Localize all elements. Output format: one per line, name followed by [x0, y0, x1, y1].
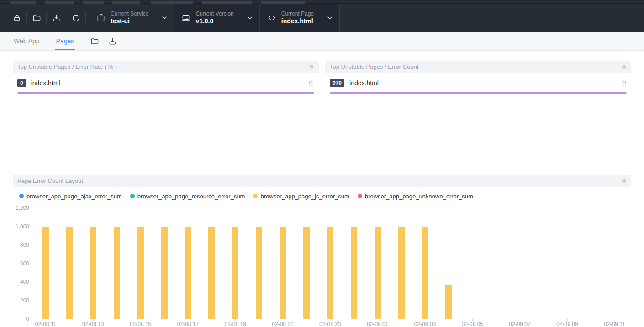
page-name: index.html [31, 79, 308, 87]
service-selector-text: Current Service test-ui [111, 10, 148, 25]
legend-item-unknown[interactable]: browser_app_page_unknown_error_sum [358, 193, 473, 200]
version-selector-text: Current Version v1.0.0 [195, 10, 233, 25]
bar[interactable] [208, 227, 215, 319]
top-nav-stub[interactable] [10, 1, 36, 4]
axis-tick [615, 319, 615, 321]
folder-icon[interactable] [32, 13, 41, 22]
folder-icon[interactable] [90, 37, 99, 46]
legend-label: browser_app_page_unknown_error_sum [365, 193, 473, 200]
bar[interactable] [256, 227, 262, 319]
toolbar-divider [46, 13, 47, 23]
legend-item-ajax[interactable]: browser_app_page_ajax_error_sum [19, 193, 122, 200]
bar[interactable] [445, 285, 452, 319]
bar[interactable] [303, 227, 310, 319]
bar[interactable] [280, 227, 286, 319]
copy-icon[interactable] [621, 79, 627, 87]
bar[interactable] [327, 227, 333, 319]
download-icon[interactable] [52, 13, 61, 22]
bar[interactable] [137, 227, 144, 319]
toolbar-icon-group [0, 4, 86, 32]
bar[interactable] [375, 227, 381, 319]
bar[interactable] [398, 227, 405, 319]
lock-icon[interactable] [309, 63, 314, 70]
panel-header: Top Unstable Pages / Error Rate ( % ) [13, 61, 319, 73]
axis-tick [93, 319, 94, 321]
page-selector[interactable]: Current Page index.html [260, 4, 340, 32]
panel-header: Top Unstable Pages / Error Count [325, 61, 631, 73]
download-icon[interactable] [108, 37, 117, 46]
legend-dot [19, 194, 24, 198]
bar[interactable] [232, 227, 238, 319]
tab-web-app[interactable]: Web App [14, 32, 40, 50]
axis-tick [378, 319, 378, 321]
x-axis-label: 02-08 21 [264, 321, 302, 327]
lock-icon[interactable] [621, 63, 627, 70]
service-icon [96, 13, 106, 23]
legend-label: browser_app_page_ajax_error_sum [26, 193, 122, 200]
page-selector-text: Current Page index.html [281, 10, 314, 25]
axis-tick [235, 319, 236, 321]
toolbar-divider [85, 13, 86, 23]
value-badge: 970 [330, 79, 344, 87]
legend-dot [358, 194, 362, 198]
axis-tick [472, 319, 473, 321]
gridline [33, 319, 631, 319]
bar[interactable] [114, 227, 120, 319]
lock-icon[interactable] [12, 13, 21, 22]
top-nav-stub[interactable] [151, 1, 193, 4]
tab-pages[interactable]: Pages [56, 32, 74, 50]
top-nav-stub[interactable] [83, 1, 104, 4]
code-icon [267, 13, 277, 23]
legend-item-resource[interactable]: browser_app_page_resource_error_sum [130, 193, 245, 200]
copy-icon[interactable] [308, 79, 314, 87]
sub-tab-bar: Web App Pages [0, 32, 644, 51]
axis-tick [46, 319, 46, 321]
axis-tick [283, 319, 283, 321]
x-axis-label: 02-08 15 [121, 321, 160, 327]
progress-meter [330, 92, 627, 94]
axis-tick [330, 319, 331, 321]
top-nav-stub[interactable] [112, 1, 140, 4]
bar[interactable] [185, 227, 191, 319]
chevron-down-icon [247, 15, 253, 21]
panel-title: Page Error Count Layout [17, 177, 621, 184]
top-nav-stub[interactable] [261, 1, 305, 4]
bar[interactable] [42, 227, 49, 319]
bar[interactable] [90, 227, 96, 319]
version-selector-value: v1.0.0 [195, 17, 233, 25]
panel-body: 970 index.html [325, 73, 631, 94]
bar[interactable] [351, 227, 357, 319]
x-axis-label: 02-09 01 [359, 321, 397, 327]
top-panels-row: Top Unstable Pages / Error Rate ( % ) 0 … [13, 61, 631, 94]
version-selector[interactable]: Current Version v1.0.0 [174, 4, 259, 32]
chevron-down-icon [327, 15, 333, 21]
y-axis-label: 200 [13, 297, 29, 304]
service-selector[interactable]: Current Service test-ui [90, 4, 174, 32]
chart-legend: browser_app_page_ajax_error_sum browser_… [13, 192, 631, 200]
toolbar-divider [26, 13, 27, 23]
bar[interactable] [422, 227, 428, 319]
axis-tick [188, 319, 188, 321]
top-nav-stub[interactable] [45, 1, 74, 4]
refresh-icon[interactable] [71, 13, 80, 22]
dashboard-content: Top Unstable Pages / Error Rate ( % ) 0 … [0, 51, 644, 327]
axis-tick [425, 319, 425, 321]
service-selector-value: test-ui [111, 17, 148, 25]
gridline [33, 208, 631, 208]
panel-title: Top Unstable Pages / Error Count [330, 63, 621, 70]
x-axis-label: 02-08 13 [74, 321, 112, 327]
lock-icon[interactable] [621, 177, 627, 184]
panel-title: Top Unstable Pages / Error Rate ( % ) [17, 63, 309, 70]
page-selector-value: index.html [281, 17, 314, 25]
x-axis-label: 02-09 05 [453, 321, 491, 327]
legend-item-js[interactable]: browser_app_page_js_error_sum [253, 193, 349, 200]
top-nav-stub[interactable] [202, 1, 252, 4]
y-axis-label: 600 [13, 260, 29, 267]
browser-toolbar: Current Service test-ui Current Version … [0, 4, 644, 32]
y-axis-label: 1,000 [13, 223, 29, 230]
page-name: index.html [349, 79, 621, 87]
service-selector-label: Current Service [111, 10, 148, 17]
bar[interactable] [161, 227, 168, 319]
bar[interactable] [66, 227, 73, 319]
x-axis-label: 02-08 23 [311, 321, 349, 327]
